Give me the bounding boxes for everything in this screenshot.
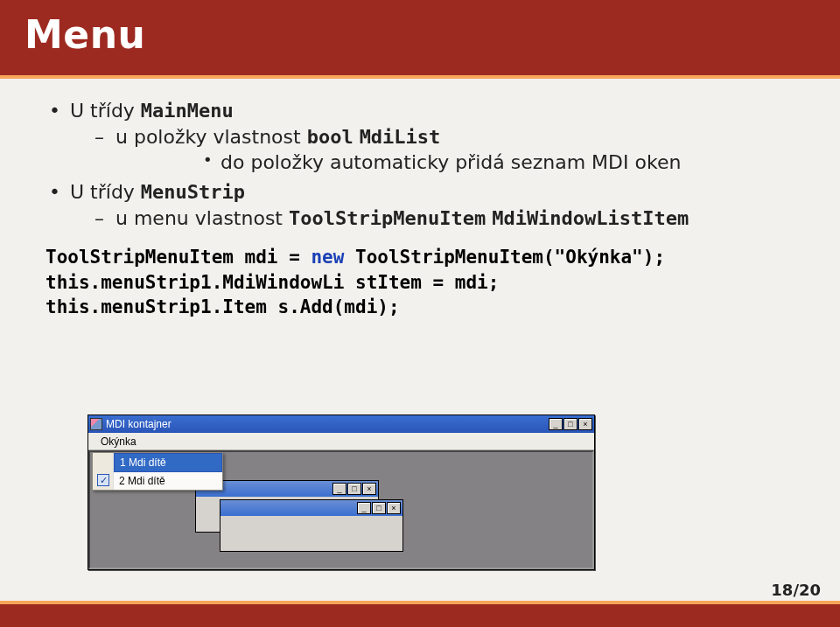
slide-content: U třídy MainMenu u položky vlastnost boo… xyxy=(0,79,840,319)
child-titlebar: _ □ × xyxy=(196,481,378,497)
app-icon xyxy=(90,418,102,430)
code-text: this.menuStrip1.Item s.Add(mdi); xyxy=(46,296,400,317)
keyword-new: new xyxy=(311,247,344,268)
text: U třídy xyxy=(70,100,141,122)
slide-title: Menu xyxy=(24,12,840,57)
footer-bar xyxy=(0,601,840,627)
prop-name: MdiWindowListItem xyxy=(492,207,689,229)
close-button[interactable]: × xyxy=(362,483,376,495)
maximize-button[interactable]: □ xyxy=(372,502,386,514)
outer-window: MDI kontajner _ □ × Okýnka _ □ × xyxy=(88,415,595,570)
dropdown-label: 2 Mdi dítě xyxy=(119,475,165,487)
titlebar: MDI kontajner _ □ × xyxy=(88,415,594,433)
window-list-dropdown: 1 Mdi dítě ✓ 2 Mdi dítě xyxy=(92,452,223,491)
close-button[interactable]: × xyxy=(387,502,401,514)
mdi-child-front: _ □ × xyxy=(220,499,403,552)
menubar: Okýnka xyxy=(88,433,594,450)
minimize-button[interactable]: _ xyxy=(549,418,563,430)
menu-okynka[interactable]: Okýnka xyxy=(94,434,144,449)
bullet-menustrip: U třídy MenuStrip u menu vlastnost ToolS… xyxy=(49,179,805,231)
text: u položky vlastnost xyxy=(116,126,307,148)
code-text: ToolStripMenuItem mdi = xyxy=(46,247,311,268)
mdi-screenshot: MDI kontajner _ □ × Okýnka _ □ × xyxy=(88,415,595,572)
minimize-button[interactable]: _ xyxy=(357,502,371,514)
code-block: ToolStripMenuItem mdi = new ToolStripMen… xyxy=(46,245,805,319)
slide-title-band: Menu xyxy=(0,0,840,75)
class-name: MenuStrip xyxy=(141,181,245,203)
space xyxy=(354,126,360,148)
maximize-button[interactable]: □ xyxy=(564,418,578,430)
text: U třídy xyxy=(70,181,141,203)
child-titlebar: _ □ × xyxy=(220,500,402,516)
type-name: ToolStripMenuItem xyxy=(289,207,486,229)
sub-bullet-auto-add: do položky automaticky přidá seznam MDI … xyxy=(203,150,805,176)
close-button[interactable]: × xyxy=(578,418,592,430)
dash-mdiwindowlistitem: u menu vlastnost ToolStripMenuItem MdiWi… xyxy=(94,206,805,232)
code-text: ToolStripMenuItem("Okýnka"); xyxy=(344,247,665,268)
dropdown-item-1[interactable]: 1 Mdi dítě xyxy=(114,453,222,472)
minimize-button[interactable]: _ xyxy=(332,483,346,495)
class-name: MainMenu xyxy=(141,100,234,122)
text: u menu vlastnost xyxy=(116,207,289,229)
page-number: 18/20 xyxy=(771,581,821,599)
prop-name: MdiList xyxy=(360,126,441,148)
dropdown-item-2[interactable]: ✓ 2 Mdi dítě xyxy=(93,472,222,490)
bullet-mainmenu: U třídy MainMenu u položky vlastnost boo… xyxy=(49,98,805,176)
dash-mdilist: u položky vlastnost bool MdiList do polo… xyxy=(94,124,805,176)
check-icon: ✓ xyxy=(97,474,109,486)
code-text: this.menuStrip1.MdiWindowLi stItem = mdi… xyxy=(46,272,499,293)
dropdown-label: 1 Mdi dítě xyxy=(120,456,166,469)
window-title: MDI kontajner xyxy=(106,418,549,430)
maximize-button[interactable]: □ xyxy=(347,483,361,495)
mdi-client-area: _ □ × _ □ × 1 Mdi dítě xyxy=(88,450,594,569)
type-name: bool xyxy=(307,126,354,148)
